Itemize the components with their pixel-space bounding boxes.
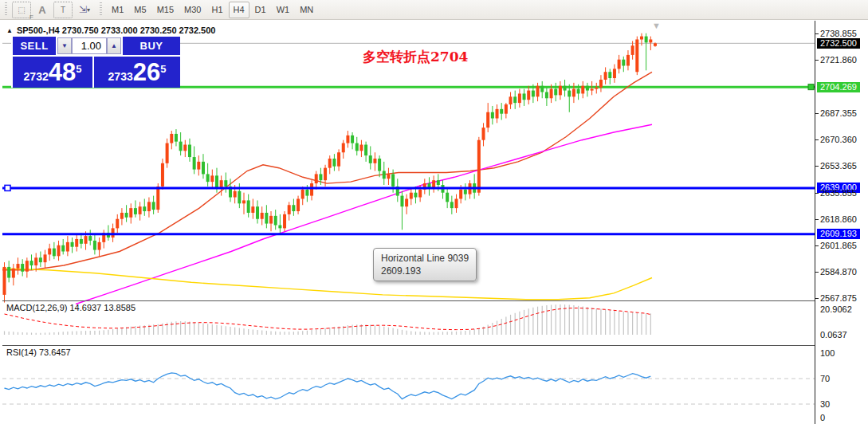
candle-body: [455, 198, 458, 208]
timeframe-m15[interactable]: M15: [152, 2, 179, 18]
candle-body: [247, 200, 250, 213]
candle-body: [61, 245, 65, 252]
candle-body: [577, 89, 580, 94]
sell-price-box[interactable]: 2732 48 5: [13, 57, 92, 88]
candle-body: [342, 143, 345, 153]
candle-body: [608, 72, 611, 78]
template-icon[interactable]: ⬚F: [12, 2, 31, 18]
volume-input[interactable]: 1.00: [72, 37, 107, 54]
price-axis-label: 2670.360: [820, 135, 857, 145]
candle-body: [301, 190, 304, 199]
candle-body: [39, 257, 42, 262]
candle-body: [161, 163, 164, 186]
timeframe-w1[interactable]: W1: [272, 2, 295, 18]
toolbar-grip[interactable]: [4, 2, 8, 17]
candle-body: [143, 206, 146, 211]
price-axis-label: 2567.875: [820, 293, 857, 304]
candle-body: [156, 186, 159, 210]
candle-body: [477, 140, 481, 193]
candle-body: [197, 162, 200, 170]
timeframe-mn[interactable]: MN: [295, 2, 318, 18]
candle-body: [125, 213, 128, 218]
candle-body: [234, 191, 237, 198]
rsi-line: [5, 373, 651, 399]
timeframe-m5[interactable]: M5: [129, 2, 151, 18]
candle-body: [17, 264, 20, 269]
buy-button[interactable]: BUY: [123, 37, 180, 55]
candle-body: [193, 157, 196, 170]
chart-window: ▲ SP500-,H4 2730.750 2733.000 2730.250 2…: [0, 21, 868, 424]
volume-down-button[interactable]: ▼: [57, 37, 72, 54]
rsi-panel-canvas[interactable]: [2, 346, 815, 406]
text-box-icon[interactable]: T: [53, 2, 73, 18]
line-handle[interactable]: [5, 185, 10, 190]
candle-body: [554, 89, 557, 96]
rsi-axis-label: 0: [820, 413, 825, 423]
candle-body: [536, 86, 540, 97]
candle-body: [418, 190, 422, 198]
price-axis-label: 2618.860: [820, 214, 857, 225]
candle-body: [71, 242, 74, 247]
buy-price-prefix: 2733: [108, 70, 133, 83]
sell-price-main: 48: [49, 61, 76, 84]
axis-tick: [815, 139, 819, 140]
candle-body: [274, 216, 277, 226]
candle-body: [269, 216, 273, 224]
candle-body: [93, 241, 96, 250]
candle-body: [509, 96, 513, 104]
candle-body: [256, 206, 259, 219]
timeframe-h4[interactable]: H4: [229, 2, 249, 18]
chart-text-annotation[interactable]: 多空转折点2704: [363, 48, 468, 66]
axis-tick: [815, 60, 819, 61]
candle-body: [373, 159, 376, 163]
axis-tick: [815, 193, 819, 194]
candle-body: [179, 142, 183, 151]
candle-body: [523, 93, 526, 100]
timeframe-m1[interactable]: M1: [107, 2, 128, 18]
candle-body: [120, 213, 124, 219]
rsi-panel-divider[interactable]: [2, 345, 815, 346]
buy-price-box[interactable]: 2733 26 5: [94, 57, 180, 88]
candle-body: [654, 43, 657, 45]
candle-body: [265, 213, 268, 224]
price-axis[interactable]: 2738.8552732.5002721.8602704.2692687.355…: [815, 21, 868, 424]
candle-body: [215, 175, 218, 188]
candle-body: [84, 236, 88, 244]
candle-body: [631, 45, 634, 55]
candle-body: [116, 219, 119, 229]
candle-body: [645, 37, 648, 43]
timeframe-d1[interactable]: D1: [250, 2, 271, 18]
macd-panel-divider[interactable]: [2, 300, 815, 301]
volume-up-button[interactable]: ▲: [107, 37, 121, 54]
candle-body: [459, 190, 462, 199]
candle-body: [261, 213, 264, 219]
timeframe-h1[interactable]: H1: [206, 2, 227, 18]
candle-body: [251, 206, 254, 213]
line-handle[interactable]: [808, 84, 814, 90]
candle-body: [188, 145, 191, 158]
ma-mid: [76, 124, 652, 304]
candle-body: [30, 261, 33, 265]
candle-body: [26, 261, 29, 272]
candle-body: [48, 249, 51, 255]
candle-body: [518, 93, 521, 103]
buy-price-pip: 5: [160, 63, 166, 75]
candle-body: [378, 159, 381, 171]
candle-body: [635, 39, 638, 72]
candle-body: [586, 86, 589, 91]
label-a-icon[interactable]: A: [33, 2, 52, 18]
candle-body: [278, 225, 281, 228]
price-axis-label: 2732.500: [817, 38, 860, 49]
candle-body: [369, 155, 372, 163]
axis-tick: [815, 166, 819, 167]
one-click-trading-panel: SELL ▼ 1.00 ▲ BUY 2732 48 5 2733 26 5: [11, 37, 180, 88]
scroll-to-end-icon[interactable]: ▼: [652, 21, 661, 30]
chevron-down-icon[interactable]: ▾: [87, 6, 90, 14]
candle-body: [545, 92, 548, 99]
sell-button[interactable]: SELL: [13, 37, 56, 55]
candle-body: [206, 174, 210, 182]
axis-tick: [815, 219, 819, 220]
cursor-arrows-icon[interactable]: ⇲▾: [74, 2, 95, 18]
timeframe-m30[interactable]: M30: [179, 2, 206, 18]
toolbar-grip-2[interactable]: [99, 2, 103, 17]
